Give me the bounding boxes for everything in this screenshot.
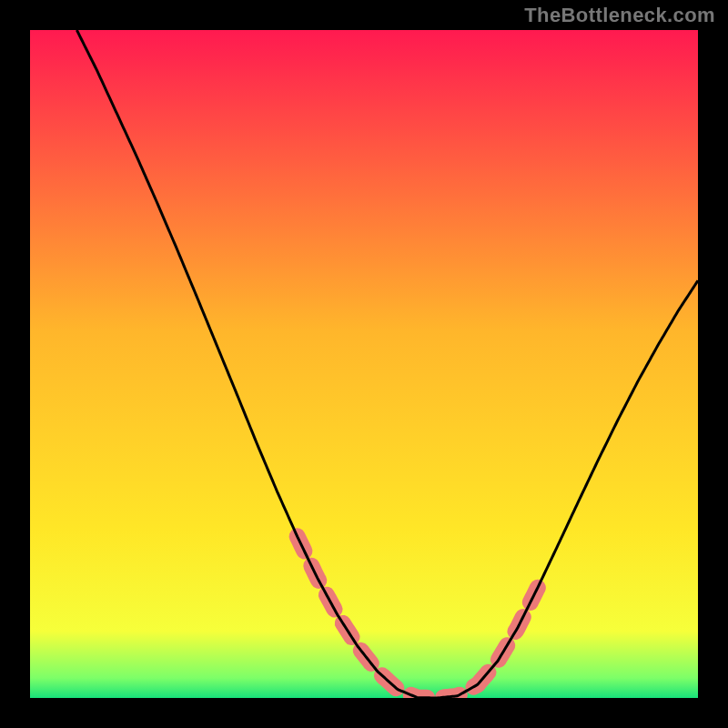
bottleneck-chart	[0, 0, 728, 728]
gradient-background	[30, 30, 698, 698]
attribution-label: TheBottleneck.com	[524, 4, 715, 27]
chart-frame: TheBottleneck.com	[0, 0, 728, 728]
